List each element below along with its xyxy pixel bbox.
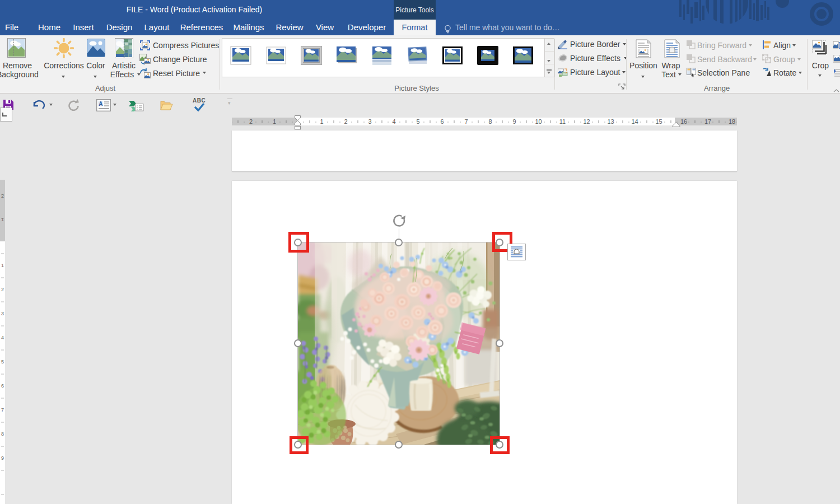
svg-text:A: A — [99, 101, 102, 107]
